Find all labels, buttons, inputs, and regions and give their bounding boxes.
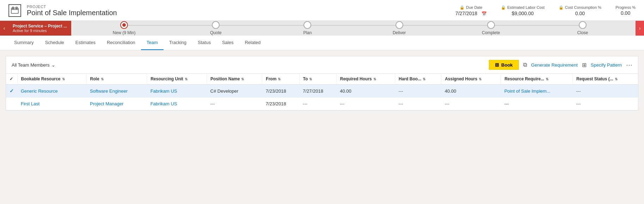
lock-icon-3: 🔒 [559, 5, 564, 10]
col-header-assigned_hours[interactable]: Assigned Hours⇅ [441, 74, 501, 85]
team-table: ✓Bookable Resource⇅Role⇅Resourcing Unit⇅… [6, 74, 638, 110]
col-header-role[interactable]: Role⇅ [86, 74, 147, 85]
table-header: ✓Bookable Resource⇅Role⇅Resourcing Unit⇅… [6, 74, 638, 85]
lock-icon: 🔒 [460, 5, 465, 10]
stage-label-plan: Plan [303, 30, 312, 35]
cost-consumption-field: 🔒 Cost Consumption % 0.00 [559, 5, 601, 16]
stage-label-complete: Complete [482, 30, 500, 35]
prev-stage-button[interactable]: ‹ [0, 21, 8, 36]
sort-icon: ⇅ [479, 77, 482, 81]
sort-icon: ⇅ [423, 77, 425, 81]
header-title-block: PROJECT Point of Sale Implementation [27, 5, 117, 17]
col-header-from[interactable]: From⇅ [262, 74, 299, 85]
stage-circle-deliver [395, 21, 403, 29]
sort-icon: ⇅ [62, 77, 65, 81]
stage-circle-quote [212, 21, 220, 29]
header-label: PROJECT [27, 5, 117, 9]
col-header-bookable_resource[interactable]: Bookable Resource⇅ [17, 74, 86, 85]
project-icon [8, 4, 21, 17]
stage-new[interactable]: New (9 Min) [78, 21, 170, 35]
table-row[interactable]: First LastProject ManagerFabrikam US---7… [6, 98, 638, 110]
bookable-resource-link[interactable]: First Last [21, 101, 39, 106]
content-area: All Team Members ⌄ ⊞ Book ⧉ Generate Req… [6, 56, 638, 111]
breadcrumb-subtitle: Active for 9 minutes [13, 29, 67, 33]
specify-pattern-button[interactable]: Specify Pattern [591, 62, 622, 68]
resourcing-unit-link[interactable]: Fabrikam US [151, 101, 177, 106]
sort-icon: ⇅ [615, 77, 618, 81]
stage-circle-plan [303, 21, 311, 29]
cell-hard_book-1: --- [395, 98, 441, 110]
tab-team[interactable]: Team [141, 36, 164, 50]
generate-requirement-button[interactable]: Generate Requirement [531, 62, 578, 68]
tab-related[interactable]: Related [239, 36, 266, 50]
cell-position_name-1: --- [207, 98, 262, 110]
resource-require-link[interactable]: Point of Sale Implem... [504, 88, 551, 94]
stage-circle-new [120, 21, 128, 29]
bookable-resource-link[interactable]: Generic Resource [21, 88, 58, 94]
stage-circle-complete [487, 21, 495, 29]
next-stage-button[interactable]: › [636, 21, 644, 36]
sort-icon: ⇅ [185, 77, 188, 81]
table-body: ✓Generic ResourceSoftware EngineerFabrik… [6, 85, 638, 110]
header-bar: PROJECT Point of Sale Implementation 🔒 D… [0, 0, 644, 21]
tab-summary[interactable]: Summary [8, 36, 39, 50]
stage-complete[interactable]: Complete [445, 21, 537, 35]
col-header-request_status[interactable]: Request Status (...⇅ [572, 74, 638, 85]
col-header-resourcing_unit[interactable]: Resourcing Unit⇅ [147, 74, 207, 85]
toolbar-actions: ⊞ Book ⧉ Generate Requirement ⊞ Specify … [489, 60, 632, 70]
cell-hard_book-0: --- [395, 85, 441, 98]
tab-status[interactable]: Status [192, 36, 216, 50]
book-button[interactable]: ⊞ Book [489, 60, 519, 70]
progress-field: Progress % 0.00 [615, 5, 636, 16]
check-all-icon: ✓ [10, 76, 13, 81]
grid-icon: ⊞ [495, 62, 499, 68]
stage-plan[interactable]: Plan [262, 21, 353, 35]
cell-required_hours-0: 40.00 [336, 85, 395, 98]
sort-icon: ⇅ [546, 77, 548, 81]
stage-close[interactable]: Close [537, 21, 628, 35]
sort-icon: ⇅ [101, 77, 104, 81]
col-header-required_hours[interactable]: Required Hours⇅ [336, 74, 395, 85]
stage-circle-close [579, 21, 587, 29]
cell-assigned_hours-0: 40.00 [441, 85, 501, 98]
cell-request_status-0: --- [572, 85, 638, 98]
content-toolbar: All Team Members ⌄ ⊞ Book ⧉ Generate Req… [6, 56, 638, 74]
sort-icon: ⇅ [373, 77, 376, 81]
stage-bar: New (9 Min) Quote Plan Deliver Complete … [71, 21, 636, 36]
row-check: ✓ [10, 88, 14, 94]
tab-tracking[interactable]: Tracking [164, 36, 192, 50]
cell-to-0: 7/27/2018 [299, 85, 336, 98]
stage-quote[interactable]: Quote [170, 21, 262, 35]
sort-icon: ⇅ [278, 77, 281, 81]
col-header-check: ✓ [6, 74, 17, 85]
resourcing-unit-link[interactable]: Fabrikam US [151, 88, 177, 94]
table-row[interactable]: ✓Generic ResourceSoftware EngineerFabrik… [6, 85, 638, 98]
stage-label-close: Close [577, 30, 588, 35]
sort-icon: ⇅ [309, 77, 312, 81]
role-link[interactable]: Project Manager [90, 101, 123, 106]
col-header-hard_book[interactable]: Hard Boo...⇅ [395, 74, 441, 85]
col-header-position_name[interactable]: Position Name⇅ [207, 74, 262, 85]
stage-deliver[interactable]: Deliver [354, 21, 445, 35]
specify-pattern-icon: ⊞ [582, 62, 587, 68]
sort-icon: ⇅ [241, 77, 244, 81]
more-options-button[interactable]: ⋯ [626, 61, 632, 69]
stage-label-quote: Quote [210, 30, 222, 35]
tab-reconciliation[interactable]: Reconciliation [101, 36, 141, 50]
generate-requirement-icon: ⧉ [523, 62, 527, 68]
role-link[interactable]: Software Engineer [90, 88, 128, 94]
tab-sales[interactable]: Sales [216, 36, 239, 50]
page-title: Point of Sale Implementation [27, 9, 117, 17]
tab-estimates[interactable]: Estimates [70, 36, 101, 50]
calendar-icon[interactable]: 📅 [482, 11, 487, 16]
chevron-down-icon: ⌄ [51, 62, 55, 68]
col-header-resource_require[interactable]: Resource Require...⇅ [501, 74, 573, 85]
cell-from-1: 7/23/2018 [262, 98, 299, 110]
cell-required_hours-1: --- [336, 98, 395, 110]
col-header-to[interactable]: To⇅ [299, 74, 336, 85]
labor-cost-field: 🔒 Estimated Labor Cost $9,000.00 [501, 5, 545, 16]
team-members-filter[interactable]: All Team Members ⌄ [12, 62, 55, 68]
tab-schedule[interactable]: Schedule [39, 36, 70, 50]
cell-assigned_hours-1: --- [441, 98, 501, 110]
due-date-field: 🔒 Due Date 7/27/2018 📅 [455, 5, 487, 16]
